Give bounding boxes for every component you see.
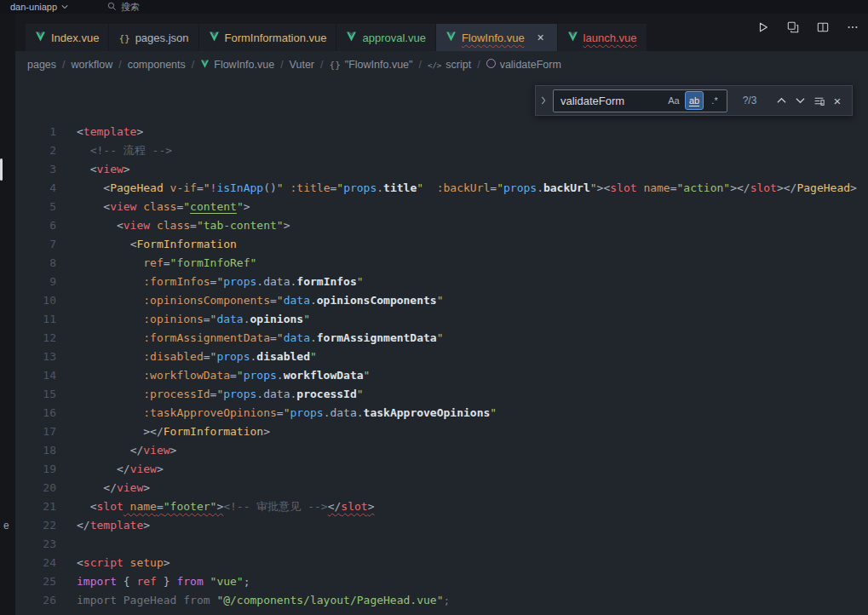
editor-tab[interactable]: Index.vue: [26, 24, 108, 51]
breadcrumb-item[interactable]: pages: [27, 59, 56, 71]
activity-indicator[interactable]: [0, 158, 3, 181]
code-line[interactable]: 6 <view class="tab-content">: [15, 216, 868, 235]
breadcrumb-separator: /: [320, 59, 323, 71]
code-line[interactable]: 25import { ref } from "vue";: [15, 572, 868, 591]
code-line[interactable]: 4 <PageHead v-if="!isInApp()" :title="pr…: [15, 179, 868, 198]
toggle-replace-icon[interactable]: [537, 86, 549, 115]
code-text: <view>: [56, 160, 130, 179]
code-line[interactable]: 5 <view class="content">: [15, 198, 868, 216]
code-text: :opinions="data.opinions": [56, 310, 310, 329]
code-line[interactable]: 7 <FormInformation: [15, 235, 868, 254]
tab-label: FlowInfo.vue: [462, 32, 525, 44]
code-line[interactable]: 19 </view>: [15, 460, 868, 479]
code-text: <!-- 流程 -->: [56, 141, 172, 160]
split-editor-icon[interactable]: [814, 19, 831, 36]
code-line[interactable]: 12 :formAssignmentData="data.formAssignm…: [15, 329, 868, 348]
line-number: 2: [15, 141, 56, 160]
more-actions-icon[interactable]: [844, 19, 861, 36]
line-number: 15: [15, 385, 56, 404]
tab-close-icon[interactable]: ×: [534, 31, 548, 44]
code-text: :taskApproveOpinions="props.data.taskApp…: [56, 404, 497, 422]
code-text: [56, 535, 77, 554]
code-line[interactable]: 9 :formInfos="props.data.formInfos": [15, 273, 868, 291]
code-text: :formAssignmentData="data.formAssignment…: [56, 329, 444, 348]
code-line[interactable]: 20 </view>: [15, 479, 868, 497]
breadcrumb-separator: /: [192, 59, 194, 71]
breadcrumb-item[interactable]: validateForm: [486, 59, 561, 71]
vue-file-icon: [209, 32, 220, 44]
code-icon: </>: [428, 59, 441, 71]
code-text: <script setup>: [56, 554, 170, 572]
breadcrumb-label: validateForm: [500, 59, 561, 71]
activity-bar: e: [0, 14, 15, 615]
breadcrumb-label: "FlowInfo.vue": [345, 59, 413, 71]
line-number: 18: [15, 441, 56, 460]
find-input-box: Aa ab .*: [553, 89, 727, 112]
code-line[interactable]: 10 :opinionsComponents="data.opinionsCom…: [15, 291, 868, 310]
code-line[interactable]: 3 <view>: [15, 160, 868, 179]
editor-tab[interactable]: approval.vue: [336, 24, 434, 51]
line-number: 24: [15, 554, 56, 572]
breadcrumb-item[interactable]: Vuter: [290, 59, 314, 71]
breadcrumb-item[interactable]: {}"FlowInfo.vue": [330, 59, 413, 71]
editor-tab[interactable]: FormInformation.vue: [199, 24, 336, 51]
line-number: 6: [15, 216, 56, 235]
code-text: <view class="content">: [56, 198, 250, 216]
clipped-panel-text: e: [3, 520, 9, 532]
tab-strip: Index.vue{}pages.jsonFormInformation.vue…: [15, 14, 868, 51]
regex-button[interactable]: .*: [705, 91, 724, 110]
code-text: :disabled="props.disabled": [56, 348, 317, 366]
code-line[interactable]: 15 :processId="props.data.processId": [15, 385, 868, 404]
code-line[interactable]: 17 ></FormInformation>: [15, 422, 868, 441]
code-line[interactable]: 13 :disabled="props.disabled": [15, 348, 868, 366]
vue-file-icon: [567, 32, 578, 44]
code-line[interactable]: 16 :taskApproveOpinions="props.data.task…: [15, 404, 868, 422]
code-line[interactable]: 21 <slot name="footer"><!-- 审批意见 --></sl…: [15, 497, 868, 516]
tab-bar: Index.vue{}pages.jsonFormInformation.vue…: [26, 24, 647, 51]
code-line[interactable]: 23: [15, 535, 868, 554]
line-number: 5: [15, 198, 56, 216]
code-line[interactable]: 22</template>: [15, 516, 868, 535]
global-search[interactable]: 搜索: [107, 1, 140, 14]
breadcrumb-item[interactable]: FlowInfo.vue: [200, 59, 274, 71]
breadcrumb-label: pages: [27, 59, 56, 71]
breadcrumb-item[interactable]: workflow: [72, 59, 113, 71]
breadcrumb-item[interactable]: components: [128, 59, 186, 71]
line-number: 8: [15, 254, 56, 273]
code-line[interactable]: 18 </view>: [15, 441, 868, 460]
line-number: 4: [15, 179, 56, 198]
editor-tab[interactable]: launch.vue: [558, 24, 647, 51]
run-icon[interactable]: [755, 19, 772, 36]
vue-file-icon: [346, 32, 357, 44]
breadcrumb-item[interactable]: </>script: [428, 59, 471, 71]
tab-label: approval.vue: [362, 32, 425, 44]
editor-tab[interactable]: FlowInfo.vue×: [436, 24, 557, 51]
find-input[interactable]: [554, 94, 663, 108]
line-number: 3: [15, 160, 56, 179]
code-line[interactable]: 8 ref="formInfoRef": [15, 254, 868, 273]
find-in-selection-icon[interactable]: [809, 91, 828, 110]
editor-tab[interactable]: {}pages.json: [109, 24, 198, 51]
close-find-icon[interactable]: ×: [828, 91, 847, 110]
braces-icon: {}: [330, 59, 341, 71]
find-next-icon[interactable]: [790, 91, 809, 110]
breadcrumb-label: FlowInfo.vue: [214, 59, 274, 71]
whole-word-button[interactable]: ab: [685, 91, 704, 110]
line-number: 16: [15, 404, 56, 422]
breadcrumb-label: components: [128, 59, 186, 71]
code-editor[interactable]: 1<template>2 <!-- 流程 -->3 <view>4 <PageH…: [15, 78, 868, 615]
breadcrumb-separator: /: [62, 59, 65, 71]
breadcrumb-separator: /: [118, 59, 121, 71]
code-line[interactable]: 26import PageHead from "@/components/lay…: [15, 591, 868, 610]
open-changes-icon[interactable]: [785, 19, 802, 36]
code-line[interactable]: 2 <!-- 流程 -->: [15, 141, 868, 160]
find-previous-icon[interactable]: [772, 91, 790, 110]
code-line[interactable]: 1<template>: [15, 123, 868, 141]
code-line[interactable]: 24<script setup>: [15, 554, 868, 572]
line-number: 7: [15, 235, 56, 254]
code-line[interactable]: 11 :opinions="data.opinions": [15, 310, 868, 329]
match-case-button[interactable]: Aa: [664, 91, 683, 110]
project-menu[interactable]: dan-uniapp: [0, 2, 68, 12]
line-number: 19: [15, 460, 56, 479]
code-line[interactable]: 14 :workflowData="props.workflowData": [15, 366, 868, 385]
